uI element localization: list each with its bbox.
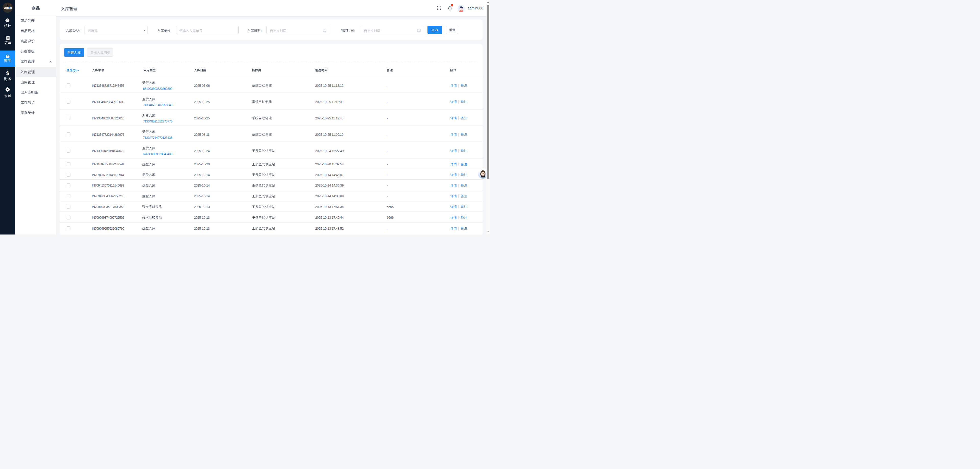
svg-text:crmeb: crmeb bbox=[3, 6, 12, 9]
svg-text:$: $ bbox=[6, 70, 9, 76]
